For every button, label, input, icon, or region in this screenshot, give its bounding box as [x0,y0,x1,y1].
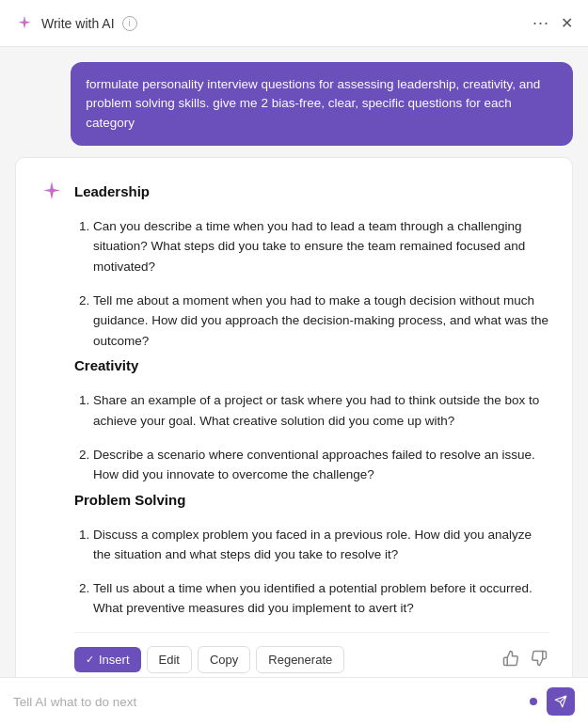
problem-solving-questions: Discuss a complex problem you faced in a… [74,525,549,619]
close-icon[interactable]: ✕ [561,14,573,32]
status-dot [530,698,537,705]
section-creativity: Creativity Share an example of a project… [74,355,549,484]
header-right: ··· ✕ [532,13,573,33]
more-options-icon[interactable]: ··· [532,13,549,33]
leadership-heading: Leadership [74,181,549,203]
list-item: Tell me about a moment when you had to m… [93,291,549,352]
action-bar-left: ✓ Insert Edit Copy Regenerate [74,646,344,673]
response-content: Leadership Can you describe a time when … [74,177,549,673]
leadership-questions: Can you describe a time when you had to … [74,216,549,352]
list-item: Can you describe a time when you had to … [93,216,549,277]
send-icon [554,695,567,708]
info-icon[interactable]: i [122,16,137,31]
list-item: Share an example of a project or task wh… [93,390,549,431]
sparkle-icon [15,14,34,33]
copy-button[interactable]: Copy [198,646,250,673]
section-problem-solving: Problem Solving Discuss a complex proble… [74,489,549,619]
ai-avatar-row: Leadership Can you describe a time when … [39,177,549,673]
edit-button[interactable]: Edit [147,646,192,673]
action-bar: ✓ Insert Edit Copy Regenerate [74,632,549,673]
ai-input[interactable] [13,695,520,709]
ai-avatar-icon [39,179,65,205]
app-header: Write with AI i ··· ✕ [0,0,588,47]
creativity-heading: Creativity [74,355,549,377]
send-button[interactable] [547,687,575,716]
action-bar-right [501,648,549,672]
main-content: formulate personality interview question… [0,47,588,677]
section-leadership: Leadership Can you describe a time when … [74,181,549,352]
thumbs-up-button[interactable] [501,648,521,672]
list-item: Describe a scenario where conventional a… [93,445,549,485]
input-area [0,677,588,725]
problem-solving-heading: Problem Solving [74,489,549,512]
thumbs-down-button[interactable] [529,648,549,672]
app-title: Write with AI [41,16,115,31]
regenerate-button[interactable]: Regenerate [256,646,344,673]
user-message: formulate personality interview question… [71,62,573,146]
creativity-questions: Share an example of a project or task wh… [74,390,549,484]
insert-button[interactable]: ✓ Insert [74,647,141,672]
header-left: Write with AI i [15,14,137,33]
ai-response-card: Leadership Can you describe a time when … [15,157,573,677]
check-icon: ✓ [86,654,94,666]
list-item: Discuss a complex problem you faced in a… [93,525,549,565]
list-item: Tell us about a time when you identified… [93,578,549,619]
